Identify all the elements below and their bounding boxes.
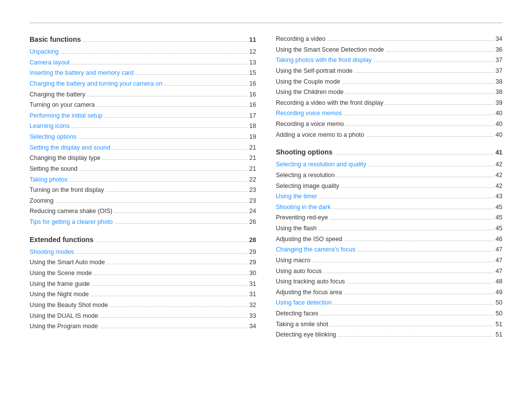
toc-entry: Recording a video with the front display… [276,98,502,108]
toc-dots [337,177,494,177]
toc-dots [79,170,247,171]
section-heading: Extended functions [30,234,94,246]
toc-dots [100,328,247,328]
toc-entry: Using the Self-portrait mode37 [276,66,502,76]
toc-page-number: 49 [496,287,502,298]
toc-dots [96,242,247,242]
toc-page-number: 42 [496,170,502,181]
toc-entry: Using the Program mode34 [30,321,256,332]
toc-label: Using the Couple mode [276,77,340,87]
toc-label: Adjusting the ISO speed [276,234,342,245]
toc-dots [114,213,247,213]
toc-entry: Using the flash45 [276,223,502,234]
toc-page-number: 32 [249,300,256,310]
right-column: Recording a video34Using the Smart Scene… [276,34,502,340]
toc-label: Selecting a resolution and quality [276,159,366,170]
toc-page-number: 39 [496,98,502,108]
toc-entry: Turning on your camera16 [30,100,256,110]
toc-label: Changing the display type [30,153,100,163]
section-heading-row: Shooting options41 [276,147,502,159]
toc-entry: Recording voice memos40 [276,108,502,119]
toc-entry: Taking photos with the front display37 [276,55,502,65]
toc-page-number: 50 [496,298,502,308]
toc-entry: Performing the initial setup17 [30,111,256,121]
section-heading-row: Extended functions28 [30,234,256,247]
toc-page-number: 24 [249,206,256,216]
toc-dots [56,202,247,203]
toc-page-number: 16 [249,90,256,100]
toc-page-number: 23 [249,185,256,195]
toc-entry: Turning on the front display23 [30,185,256,195]
toc-dots [319,198,494,198]
toc-dots [346,125,494,126]
toc-dots [92,285,247,286]
toc-page-number: 51 [496,319,502,330]
toc-entry: Setting the display and sound21 [30,143,256,153]
section-heading-row: Basic functions11 [30,34,256,46]
toc-label: Using the Program mode [30,321,98,332]
toc-entry: Recording a voice memo40 [276,119,502,129]
toc-dots [330,326,494,326]
toc-entry: Shooting in the dark45 [276,202,502,213]
toc-label: Using macro [276,255,310,266]
toc-dots [69,181,247,182]
toc-entry: Camera layout13 [30,58,256,68]
toc-label: Using auto focus [276,266,322,277]
toc-dots [330,219,494,219]
toc-label: Preventing red-eye [276,213,328,223]
toc-page-number: 12 [249,47,256,57]
toc-entry: Detecting faces50 [276,308,502,319]
toc-label: Recording a video [276,34,326,44]
toc-label: Recording a video with the front display [276,98,383,108]
toc-label: Using the Beauty Shot mode [30,300,108,310]
section-heading: Shooting options [276,147,332,158]
toc-dots [324,273,494,273]
toc-dots [78,138,247,139]
toc-entry: Using the Beauty Shot mode32 [30,300,256,310]
toc-page-number: 45 [496,202,502,213]
toc-page-number: 47 [496,245,502,255]
toc-label: Charging the battery [30,90,85,100]
toc-page-number: 51 [496,330,502,340]
toc-label: Using the Smart Auto mode [30,257,105,268]
toc-label: Turning on your camera [30,100,95,110]
toc-label: Setting the display and sound [30,143,110,153]
toc-page-number: 34 [249,321,256,332]
toc-page-number: 34 [496,34,502,44]
toc-dots [110,307,247,307]
toc-page-number: 45 [496,223,502,234]
toc-entry: Adjusting the focus area49 [276,287,502,298]
left-column: Basic functions11Unpacking12Camera layou… [30,34,256,340]
toc-dots [347,283,494,283]
toc-page-number: 42 [496,181,502,191]
toc-dots [368,166,494,166]
toc-dots [332,209,494,209]
toc-entry: Using the Children mode38 [276,87,502,97]
toc-label: Reducing camera shake (OIS) [30,206,112,216]
toc-entry: Selecting a resolution42 [276,170,502,181]
toc-page-number: 31 [249,289,256,300]
toc-dots [374,62,494,62]
toc-dots [107,264,247,264]
toc-dots [334,154,494,154]
toc-dots [346,93,494,94]
toc-page-number: 47 [496,255,502,266]
toc-label: Taking photos with the front display [276,55,372,65]
toc-label: Using the Scene mode [30,268,92,278]
toc-page-number: 46 [496,234,502,245]
toc-page-number: 40 [496,108,502,119]
toc-entry: Using the Smart Auto mode29 [30,257,256,268]
toc-entry: Changing the display type21 [30,153,256,163]
toc-dots [358,251,494,251]
toc-entry: Using the frame guide31 [30,279,256,289]
toc-label: Using the DUAL IS mode [30,311,98,321]
toc-dots [71,127,247,128]
toc-entry: Learning icons18 [30,121,256,131]
toc-page-number: 37 [496,66,502,76]
toc-label: Recording voice memos [276,108,342,119]
toc-entry: Using the Smart Scene Detection mode36 [276,45,502,55]
toc-label: Taking photos [30,175,67,185]
toc-dots [91,296,247,296]
toc-dots [320,315,494,315]
toc-label: Learning icons [30,121,69,131]
